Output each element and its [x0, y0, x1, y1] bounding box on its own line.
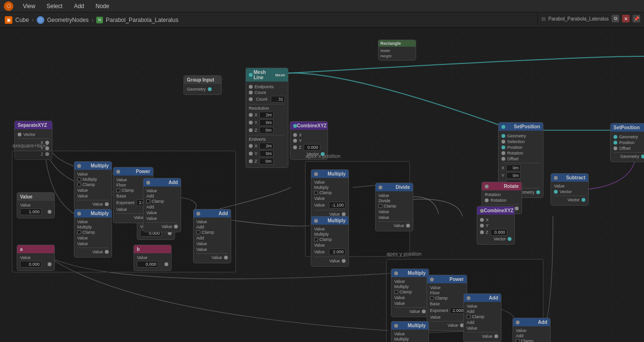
mul-e-clamp[interactable] — [394, 290, 398, 294]
blender-icon[interactable]: ⬡ — [4, 1, 13, 11]
add-a-v1: Value — [146, 210, 157, 215]
breadcrumb-cube[interactable]: Cube — [15, 17, 29, 23]
rect-width-label: Width — [380, 49, 390, 53]
mesh-line-node[interactable]: Mesh Line Mesh Endpoints Count Count Res… — [245, 68, 288, 168]
set-position-2-node[interactable]: SetPosition Geometry Position Offset Geo… — [610, 123, 644, 162]
breadcrumb-sep-1: › — [32, 17, 34, 23]
menu-node[interactable]: Node — [94, 2, 112, 10]
menu-add[interactable]: Add — [72, 2, 86, 10]
cxyz-bot-z-val[interactable] — [491, 229, 507, 236]
mul-f-fn: Multiply — [394, 337, 409, 342]
ml-ez — [249, 159, 253, 163]
ml-s1 — [249, 85, 253, 89]
value-1-input[interactable] — [20, 208, 41, 215]
add-d-clamp[interactable] — [516, 339, 520, 342]
mul-d-val-input[interactable] — [329, 249, 346, 255]
mul-b-title: Multiply — [91, 211, 109, 216]
ml-rz — [249, 128, 253, 132]
sp1-rot-label: Rotation — [507, 151, 523, 155]
sp1-sel-label: Selection — [507, 139, 525, 144]
add-b-v1: Value — [196, 241, 207, 246]
add-a-clamp[interactable] — [146, 199, 150, 203]
multiply-e-node[interactable]: Multiply Value Multiply Clamp Value Valu… — [391, 269, 429, 317]
node-group-icon: N — [96, 17, 103, 23]
mul-b-header: Multiply — [74, 209, 112, 218]
mul-b-clamp[interactable] — [77, 230, 81, 234]
multiply-f-node[interactable]: Multiply Value Multiply Clamp Value Valu… — [391, 321, 429, 342]
divide-node[interactable]: Divide Value Divide Clamp Value Value Va… — [375, 183, 413, 231]
power-b-clamp[interactable] — [430, 296, 434, 300]
add-a-v2: Value — [146, 216, 157, 221]
add-b-add-label: Add — [196, 236, 204, 240]
ml-ry-input[interactable] — [259, 119, 274, 126]
ml-ey-input[interactable] — [259, 150, 274, 157]
mul-c-title: Multiply — [327, 171, 346, 176]
ml-rz-input[interactable] — [259, 127, 274, 134]
cxyz-top-z-val[interactable] — [304, 144, 320, 151]
sp1-y-val[interactable] — [506, 172, 521, 179]
frame-axsquare-label: axsquare+bx+c — [12, 143, 48, 148]
cxyz-bottom-header: CombineXYZ — [477, 207, 514, 215]
mul-a-title: Multiply — [91, 163, 109, 168]
mul-e-header: Multiply — [391, 269, 429, 277]
mul-c-header: Multiply — [311, 170, 348, 178]
add-a-node[interactable]: Add Value Add Clamp Add Value Value Valu… — [143, 178, 181, 232]
power-b-header: Power — [427, 275, 467, 283]
add-b-node[interactable]: Add Value Add Clamp Add Value Value Valu… — [193, 209, 231, 263]
value-a-node[interactable]: a Value — [17, 245, 55, 271]
mul-a-clamp-cb[interactable] — [77, 177, 81, 181]
mul-d-clamp[interactable] — [314, 238, 318, 241]
multiply-b-node[interactable]: Multiply Value Multiply Clamp Value Valu… — [74, 209, 112, 258]
mul-c-val-input[interactable] — [329, 202, 346, 208]
ml-ex-input[interactable] — [259, 143, 274, 149]
copy-button[interactable]: ⧉ — [612, 15, 619, 22]
sp1-off-label: Offset — [507, 156, 519, 161]
pin-button[interactable]: 📌 — [633, 15, 640, 22]
mul-a-multiply: Multiply — [82, 177, 97, 182]
rectangle-node[interactable]: Rectangle Width Height — [378, 40, 416, 61]
add-c-clamp-label: Clamp — [472, 314, 484, 319]
mul-c-clamp[interactable] — [314, 191, 318, 195]
power-a-clamp[interactable] — [116, 188, 120, 192]
ml-rz-label: Z — [255, 128, 257, 133]
value-b-input[interactable] — [137, 261, 158, 268]
add-c-v2: Value — [467, 326, 477, 331]
add-a-out — [174, 225, 178, 228]
add-b-clamp-label: Clamp — [202, 230, 214, 235]
add-b-clamp[interactable] — [196, 230, 200, 234]
add-d-node[interactable]: Add Value Add Clamp Add Value Value — [512, 318, 551, 342]
mul-e-out — [422, 310, 426, 313]
mul-a-clamp2[interactable] — [77, 183, 81, 187]
divide-clamp[interactable] — [378, 204, 382, 208]
ml-count-input[interactable] — [271, 96, 285, 103]
mul-e-v2: Value — [394, 301, 405, 306]
breadcrumb-node-group[interactable]: Parabol_Parabola_Lateralus — [106, 17, 178, 23]
cxyz-bot-vec-out — [508, 237, 511, 241]
cxyz-top-out — [293, 124, 297, 128]
sp1-x-val[interactable] — [506, 165, 521, 171]
combine-xyz-bottom-node[interactable]: CombineXYZ X Y Z Vector — [477, 206, 515, 245]
add-c-node[interactable]: Add Value Add Clamp Add Value Value — [463, 293, 501, 342]
add-c-clamp[interactable] — [467, 315, 470, 319]
multiply-d-node[interactable]: Multiply Value Multiply Clamp Value Valu… — [311, 216, 349, 267]
multiply-c-node[interactable]: Multiply Value Multiply Clamp Value Valu… — [311, 169, 349, 220]
value-b-node[interactable]: b Value — [133, 245, 172, 271]
add-c-v1: Add — [467, 320, 474, 325]
power-b-node[interactable]: Power Value Floor Clamp Base Exponent Va… — [427, 275, 467, 331]
menu-select[interactable]: Select — [45, 2, 64, 10]
mul-d-clamp-label: Clamp — [319, 237, 332, 242]
breadcrumb-geo[interactable]: GeometryNodes — [47, 17, 89, 23]
menu-view[interactable]: View — [21, 2, 37, 10]
mul-c-val-label: Value — [314, 180, 346, 185]
value-a-input[interactable] — [20, 261, 41, 268]
mul-c-clamp-label: Clamp — [319, 190, 332, 195]
subtract-node[interactable]: Subtract Value Vector Vector — [551, 173, 589, 206]
close-button[interactable]: ✕ — [622, 15, 630, 22]
ml-ez-input[interactable] — [259, 158, 274, 165]
ml-rx-input[interactable] — [259, 112, 274, 118]
value-1-node[interactable]: Value Value — [17, 192, 55, 218]
multiply-a-node[interactable]: Multiply Value Multiply Clamp Value Valu… — [74, 161, 112, 210]
group-input-node[interactable]: Group Input Geometry — [184, 75, 222, 95]
mul-d-out-label: Value — [329, 259, 340, 263]
node-canvas[interactable]: Group Input Geometry Mesh Line Mesh Endp… — [0, 28, 644, 342]
